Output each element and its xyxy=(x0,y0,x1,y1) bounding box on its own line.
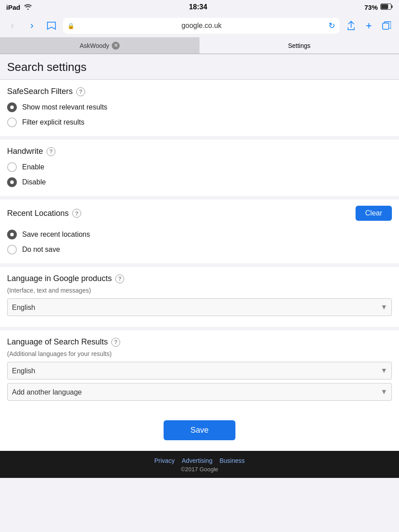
safesearch-label-filter: Filter explicit results xyxy=(22,118,84,126)
footer-copyright: ©2017 Google xyxy=(7,466,392,473)
tab-settings-label: Settings xyxy=(288,42,311,49)
wifi-icon xyxy=(24,4,32,11)
handwrite-radio-disable[interactable] xyxy=(7,177,17,187)
handwrite-radio-enable[interactable] xyxy=(7,162,17,172)
nav-actions: + xyxy=(343,18,395,34)
battery-icon xyxy=(380,4,393,11)
language-products-select[interactable]: English French German Spanish xyxy=(7,298,392,316)
handwrite-option-disable[interactable]: Disable xyxy=(7,175,392,190)
safesearch-label-relevant: Show most relevant results xyxy=(22,103,107,111)
recent-locations-title: Recent Locations xyxy=(7,209,69,218)
language-results-header: Language of Search Results ? xyxy=(0,330,399,350)
divider-2 xyxy=(0,196,399,200)
status-right: 73% xyxy=(364,4,393,11)
language-results-subtitle: (Additional languages for your results) xyxy=(7,350,392,357)
safesearch-title: SafeSearch Filters xyxy=(7,87,73,96)
lock-icon: 🔒 xyxy=(67,23,74,29)
language-results-help-icon[interactable]: ? xyxy=(111,338,120,347)
recent-locations-label-save: Save recent locations xyxy=(22,231,90,239)
tabs-button[interactable] xyxy=(379,18,395,34)
safesearch-help-icon[interactable]: ? xyxy=(76,87,85,96)
language-results-body: (Additional languages for your results) … xyxy=(0,350,399,411)
footer: Privacy Advertising Business ©2017 Googl… xyxy=(0,451,399,478)
divider-1 xyxy=(0,136,399,140)
recent-locations-header-row: Recent Locations ? Clear xyxy=(0,200,399,227)
save-section: Save xyxy=(0,411,399,451)
url-text: google.co.uk xyxy=(77,22,326,30)
handwrite-label-disable: Disable xyxy=(22,178,46,186)
new-tab-button[interactable]: + xyxy=(361,18,377,34)
language-products-header: Language in Google products ? xyxy=(0,267,399,287)
safesearch-radio-relevant[interactable] xyxy=(7,102,17,112)
handwrite-title: Handwrite xyxy=(7,147,43,156)
language-products-title: Language in Google products xyxy=(7,274,112,283)
recent-locations-option-nosave[interactable]: Do not save xyxy=(7,242,392,257)
language-results-title: Language of Search Results xyxy=(7,337,108,347)
divider-3 xyxy=(0,263,399,267)
tab-askwoody-label: AskWoody xyxy=(80,42,110,49)
language-products-help-icon[interactable]: ? xyxy=(115,274,124,283)
add-language-wrapper: Add another language ▼ xyxy=(7,383,392,401)
handwrite-help-icon[interactable]: ? xyxy=(47,147,55,156)
below-fold xyxy=(0,478,399,532)
recent-locations-section: Recent Locations ? Clear Save recent loc… xyxy=(0,200,399,263)
save-button[interactable]: Save xyxy=(164,420,235,440)
divider-4 xyxy=(0,327,399,330)
footer-privacy-link[interactable]: Privacy xyxy=(154,457,175,464)
main-content: SafeSearch Filters ? Show most relevant … xyxy=(0,80,399,451)
status-left: iPad xyxy=(6,4,32,11)
clear-button[interactable]: Clear xyxy=(356,206,392,221)
recent-locations-options: Save recent locations Do not save xyxy=(0,227,399,263)
tab-settings[interactable]: Settings xyxy=(200,37,399,54)
handwrite-section: Handwrite ? Enable Disable xyxy=(0,140,399,196)
tab-bar: AskWoody ✕ Settings xyxy=(0,37,399,54)
safesearch-options: Show most relevant results Filter explic… xyxy=(0,100,399,136)
share-button[interactable] xyxy=(343,18,359,34)
handwrite-options: Enable Disable xyxy=(0,160,399,196)
recent-locations-radio-save[interactable] xyxy=(7,230,17,239)
recent-locations-header-left: Recent Locations ? xyxy=(7,209,81,218)
safesearch-header: SafeSearch Filters ? xyxy=(0,80,399,100)
language-results-select[interactable]: English French German Spanish xyxy=(7,362,392,379)
page-title: Search settings xyxy=(7,60,392,74)
carrier-label: iPad xyxy=(6,4,20,11)
battery-label: 73% xyxy=(364,4,378,11)
svg-rect-2 xyxy=(381,4,388,9)
safesearch-section: SafeSearch Filters ? Show most relevant … xyxy=(0,80,399,136)
recent-locations-help-icon[interactable]: ? xyxy=(72,209,81,218)
reload-icon[interactable]: ↻ xyxy=(329,21,335,31)
tab-askwoody[interactable]: AskWoody ✕ xyxy=(0,37,200,54)
forward-button[interactable]: › xyxy=(24,18,40,34)
footer-links: Privacy Advertising Business xyxy=(7,457,392,464)
add-language-select[interactable]: Add another language xyxy=(7,383,392,401)
footer-business-link[interactable]: Business xyxy=(219,457,245,464)
bookmarks-button[interactable] xyxy=(43,18,59,34)
recent-locations-label-nosave: Do not save xyxy=(22,246,60,254)
footer-advertising-link[interactable]: Advertising xyxy=(182,457,212,464)
address-bar[interactable]: 🔒 google.co.uk ↻ xyxy=(63,18,340,34)
svg-rect-3 xyxy=(383,23,389,29)
tab-close-askwoody[interactable]: ✕ xyxy=(112,42,120,50)
language-products-select-wrapper: English French German Spanish ▼ xyxy=(7,298,392,316)
handwrite-label-enable: Enable xyxy=(22,163,44,171)
language-results-select-wrapper: English French German Spanish ▼ xyxy=(7,362,392,379)
navigation-bar: ‹ › 🔒 google.co.uk ↻ + xyxy=(0,14,399,37)
svg-rect-1 xyxy=(391,5,392,8)
language-products-body: (Interface, text and messages) English F… xyxy=(0,287,399,327)
safesearch-option-filter[interactable]: Filter explicit results xyxy=(7,115,392,130)
page-title-bar: Search settings xyxy=(0,54,399,80)
recent-locations-radio-nosave[interactable] xyxy=(7,245,17,254)
status-time: 18:34 xyxy=(189,3,207,11)
recent-locations-option-save[interactable]: Save recent locations xyxy=(7,227,392,242)
safesearch-radio-filter[interactable] xyxy=(7,117,17,127)
back-button[interactable]: ‹ xyxy=(4,18,20,34)
language-results-section: Language of Search Results ? (Additional… xyxy=(0,330,399,411)
status-bar: iPad 18:34 73% xyxy=(0,0,399,14)
language-products-subtitle: (Interface, text and messages) xyxy=(7,287,392,294)
safesearch-option-relevant[interactable]: Show most relevant results xyxy=(7,100,392,115)
handwrite-option-enable[interactable]: Enable xyxy=(7,160,392,175)
language-products-section: Language in Google products ? (Interface… xyxy=(0,267,399,327)
handwrite-header: Handwrite ? xyxy=(0,140,399,160)
